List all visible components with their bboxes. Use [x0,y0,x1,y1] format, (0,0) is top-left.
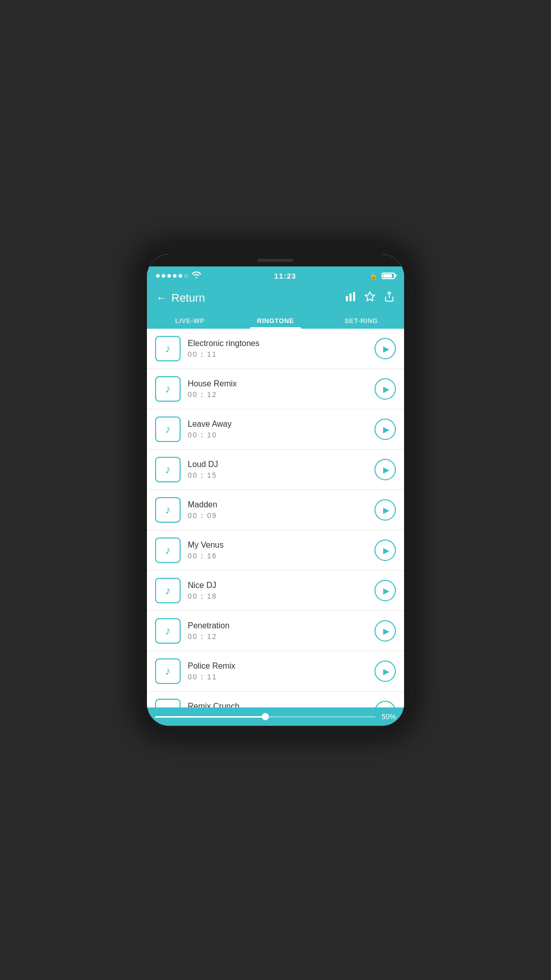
song-item-7[interactable]: ♪ Nice DJ 00 : 18 ▶ [147,571,404,611]
song-info: Electronic ringtones 00 : 11 [188,339,367,358]
song-info: Remix Crunch 00 : 12 [188,702,367,707]
song-thumbnail: ♪ [155,416,181,442]
progress-track[interactable] [155,716,375,718]
signal-dot-3 [167,274,171,278]
svg-rect-2 [353,292,355,301]
song-thumbnail: ♪ [155,618,181,644]
progress-label: 50% [382,713,396,721]
tab-set-ring[interactable]: SET-RING [318,312,404,329]
song-info: Nice DJ 00 : 18 [188,581,367,600]
svg-rect-1 [349,293,352,301]
play-icon: ▶ [383,344,389,354]
status-left [156,272,201,280]
music-note-icon: ♪ [165,665,171,678]
play-button[interactable]: ▶ [374,338,396,359]
song-info: Loud DJ 00 : 15 [188,460,367,479]
music-note-icon: ♪ [165,382,171,396]
song-item-10[interactable]: ♪ Remix Crunch 00 : 12 ▶ [147,692,404,707]
progress-thumb[interactable] [262,713,269,720]
battery-icon [382,273,395,279]
song-duration: 00 : 09 [188,511,367,520]
play-button[interactable]: ▶ [374,540,396,561]
back-arrow-icon: ← [156,291,167,305]
progress-bar-container: 50% [147,707,404,726]
song-name: Police Remix [188,662,367,671]
song-name: Nice DJ [188,581,367,590]
song-info: Madden 00 : 09 [188,500,367,520]
song-duration: 00 : 10 [188,431,367,439]
play-icon: ▶ [383,505,389,515]
speaker-grill [258,259,293,262]
chart-icon[interactable] [345,291,356,305]
song-duration: 00 : 18 [188,592,367,600]
star-icon[interactable] [364,291,375,305]
song-item-1[interactable]: ♪ Electronic ringtones 00 : 11 ▶ [147,329,404,369]
status-right: 🔒 [369,272,395,280]
play-icon: ▶ [383,667,389,676]
tab-ringtone[interactable]: RINGTONE [233,312,318,329]
phone-screen: 11:23 🔒 ← Return [147,254,404,726]
tab-live-wp[interactable]: LIVE-WP [147,312,233,329]
song-item-4[interactable]: ♪ Loud DJ 00 : 15 ▶ [147,450,404,490]
play-icon: ▶ [383,425,389,434]
play-icon: ▶ [383,586,389,596]
song-name: House Remix [188,379,367,388]
song-thumbnail: ♪ [155,578,181,603]
song-info: My Venus 00 : 16 [188,541,367,560]
song-item-9[interactable]: ♪ Police Remix 00 : 11 ▶ [147,651,404,692]
header-title: Return [171,291,205,305]
music-note-icon: ♪ [165,342,171,355]
play-button[interactable]: ▶ [374,459,396,480]
song-thumbnail: ♪ [155,497,181,523]
play-icon: ▶ [383,384,389,394]
song-item-6[interactable]: ♪ My Venus 00 : 16 ▶ [147,530,404,571]
play-button[interactable]: ▶ [374,419,396,440]
song-thumbnail: ♪ [155,658,181,684]
play-button[interactable]: ▶ [374,499,396,521]
phone-frame: 11:23 🔒 ← Return [138,245,413,735]
signal-dot-2 [162,274,165,278]
header-icons [345,291,395,305]
play-button[interactable]: ▶ [374,378,396,400]
song-info: Penetration 00 : 12 [188,621,367,641]
song-item-2[interactable]: ♪ House Remix 00 : 12 ▶ [147,369,404,409]
song-item-8[interactable]: ♪ Penetration 00 : 12 ▶ [147,611,404,651]
music-note-icon: ♪ [165,544,171,557]
music-note-icon: ♪ [165,503,171,517]
play-button[interactable]: ▶ [374,580,396,601]
play-icon: ▶ [383,626,389,636]
notch [147,254,404,266]
song-item-5[interactable]: ♪ Madden 00 : 09 ▶ [147,490,404,530]
song-list: ♪ Electronic ringtones 00 : 11 ▶ ♪ House… [147,329,404,707]
wifi-icon [192,272,201,280]
song-thumbnail: ♪ [155,336,181,361]
battery-fill [383,274,392,278]
music-note-icon: ♪ [165,423,171,436]
song-item-3[interactable]: ♪ Leave Away 00 : 10 ▶ [147,409,404,450]
signal-dot-4 [173,274,177,278]
play-button[interactable]: ▶ [374,660,396,682]
song-info: Police Remix 00 : 11 [188,662,367,681]
song-name: Electronic ringtones [188,339,367,348]
song-duration: 00 : 11 [188,350,367,358]
song-name: My Venus [188,541,367,550]
signal-dot-1 [156,274,160,278]
back-button[interactable]: ← Return [156,291,205,305]
song-thumbnail: ♪ [155,537,181,563]
tab-bar: LIVE-WP RINGTONE SET-RING [147,312,404,329]
share-icon[interactable] [384,291,395,305]
svg-rect-0 [346,296,348,301]
play-button[interactable]: ▶ [374,620,396,642]
svg-marker-3 [365,292,374,301]
song-name: Remix Crunch [188,702,367,707]
song-thumbnail: ♪ [155,376,181,402]
play-button[interactable]: ▶ [374,701,396,707]
song-name: Madden [188,500,367,509]
song-duration: 00 : 16 [188,552,367,560]
song-duration: 00 : 12 [188,390,367,399]
progress-fill [155,716,265,718]
song-duration: 00 : 12 [188,632,367,641]
song-name: Penetration [188,621,367,630]
song-name: Loud DJ [188,460,367,469]
header: ← Return [147,285,404,312]
